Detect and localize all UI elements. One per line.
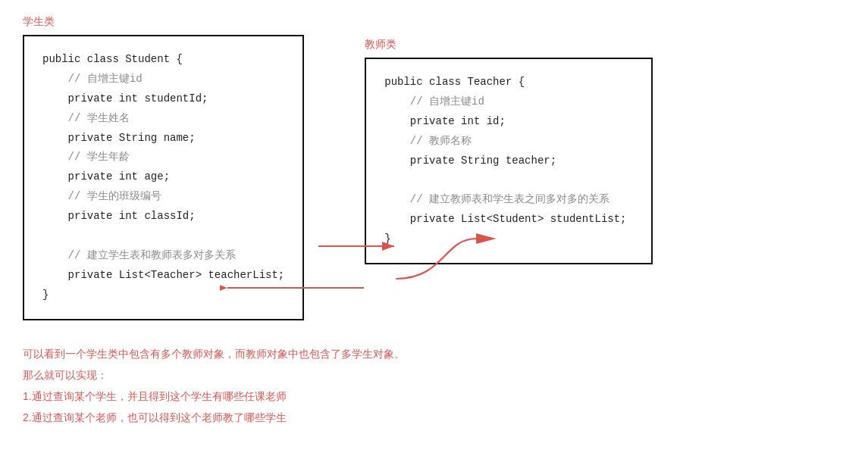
teacher-line-4: private String teacher;	[384, 152, 633, 171]
arrow-left	[220, 273, 371, 306]
desc-line-3: 2.通过查询某个老师，也可以得到这个老师教了哪些学生	[23, 407, 845, 428]
student-line-3: // 学生姓名	[42, 109, 284, 129]
page-container: 学生类 public class Student { // 自增主键id pri…	[23, 15, 845, 428]
teacher-class-label: 教师类	[365, 38, 653, 52]
desc-line-2: 1.通过查询某个学生，并且得到这个学生有哪些任课老师	[23, 386, 845, 407]
arrow-right	[311, 231, 402, 264]
teacher-line-2: private int id;	[384, 112, 633, 132]
columns-wrapper: 学生类 public class Student { // 自增主键id pri…	[23, 15, 845, 320]
teacher-line-3: // 教师名称	[384, 132, 633, 152]
desc-line-0: 可以看到一个学生类中包含有多个教师对象，而教师对象中也包含了多学生对象。	[23, 343, 845, 364]
student-line-0: public class Student {	[42, 50, 284, 70]
student-line-8: private int classId;	[42, 207, 284, 227]
student-line-9	[42, 227, 284, 246]
student-line-4: private String name;	[42, 129, 284, 148]
teacher-line-0: public class Teacher {	[384, 73, 633, 92]
description-section: 可以看到一个学生类中包含有多个教师对象，而教师对象中也包含了多学生对象。 那么就…	[23, 343, 845, 428]
teacher-class-column: 教师类 public class Teacher { // 自增主键id pri…	[365, 38, 653, 264]
student-line-7: // 学生的班级编号	[42, 187, 284, 207]
student-line-10: // 建立学生表和教师表多对多关系	[42, 246, 284, 266]
student-line-6: private int age;	[42, 167, 284, 187]
teacher-line-5	[384, 170, 633, 190]
student-line-2: private int studentId;	[42, 89, 284, 109]
arrow-left-svg	[220, 273, 371, 303]
desc-line-1: 那么就可以实现：	[23, 364, 845, 386]
teacher-code-box: public class Teacher { // 自增主键id private…	[365, 58, 653, 264]
teacher-line-1: // 自增主键id	[384, 92, 633, 112]
student-class-label: 学生类	[23, 15, 304, 29]
teacher-line-8: }	[384, 230, 633, 249]
teacher-line-6: // 建立教师表和学生表之间多对多的关系	[384, 190, 633, 210]
student-line-5: // 学生年龄	[42, 148, 284, 167]
arrow-right-svg	[311, 231, 402, 261]
student-line-1: // 自增主键id	[42, 70, 284, 89]
teacher-line-7: private List<Student> studentList;	[384, 210, 633, 230]
